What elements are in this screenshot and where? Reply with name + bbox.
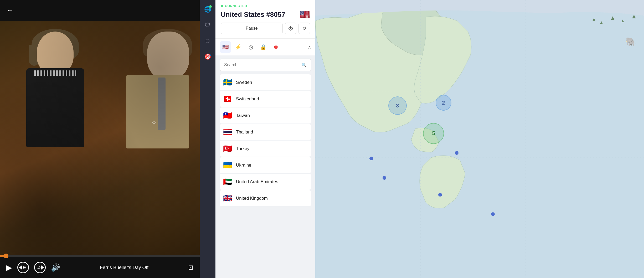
collapse-button[interactable]: ∧ xyxy=(308,45,311,50)
feature-tabs: 🇺🇸 ⚡ ◎ 🔒 ⏺ ∧ xyxy=(215,38,315,55)
world-map: ▲ ▲ ▲ ▲ ▲ 🐘 xyxy=(315,0,644,278)
power-button[interactable]: ⏻ xyxy=(285,23,296,34)
skip-back-icon: 10 xyxy=(17,262,29,273)
country-item-switzerland[interactable]: 🇨🇭 Switzerland xyxy=(220,91,311,107)
search-area: 🔍 xyxy=(215,55,315,74)
uk-label: United Kingdom xyxy=(236,196,268,201)
connected-label: CONNECTED xyxy=(221,4,310,8)
country-item-thailand[interactable]: 🇹🇭 Thailand xyxy=(220,124,311,140)
refresh-button[interactable]: ↺ xyxy=(298,23,310,34)
taiwan-label: Taiwan xyxy=(236,113,250,118)
skip-forward-button[interactable]: 10 xyxy=(34,262,46,273)
country-item-uk[interactable]: 🇬🇧 United Kingdom xyxy=(220,190,311,206)
sweden-label: Sweden xyxy=(236,80,252,85)
country-item-ukraine[interactable]: 🇺🇦 Ukraine xyxy=(220,157,311,173)
video-title: Ferris Bueller's Day Off xyxy=(65,265,183,270)
action-row: Pause ⏻ ↺ xyxy=(221,23,310,35)
us-flag-icon: 🇺🇸 xyxy=(222,44,229,50)
server-row: United States #8057 🇺🇸 xyxy=(221,9,310,19)
sidebar-item-meshnet[interactable]: ⬡ xyxy=(202,36,213,46)
uk-flag-icon: 🇬🇧 xyxy=(223,194,232,203)
progress-handle[interactable] xyxy=(4,254,8,258)
map-dot-1 xyxy=(369,157,373,160)
server-name: United States #8057 xyxy=(221,11,285,19)
shield-icon: 🛡 xyxy=(205,22,210,29)
ukraine-flag-icon: 🇺🇦 xyxy=(223,161,232,169)
map-dot-5 xyxy=(491,212,495,216)
map-dot-2 xyxy=(455,151,458,155)
search-input[interactable] xyxy=(224,63,299,67)
svg-text:▲: ▲ xyxy=(610,14,616,21)
target-icon: 🎯 xyxy=(204,53,211,60)
connected-text: CONNECTED xyxy=(225,4,247,8)
tab-meshnet[interactable]: 🔒 xyxy=(257,41,269,53)
turkey-flag-icon: 🇹🇷 xyxy=(223,144,232,153)
svg-text:▲: ▲ xyxy=(599,20,604,24)
switzerland-flag-icon: 🇨🇭 xyxy=(223,95,232,103)
cluster-2-label: 2 xyxy=(442,100,445,106)
sidebar-item-globe[interactable]: 🌐 xyxy=(202,4,213,15)
uae-label: United Arab Emirates xyxy=(236,179,278,184)
record-icon: ⏺ xyxy=(273,44,279,50)
map-area: ▲ ▲ ▲ ▲ ▲ 🐘 3 2 5 xyxy=(315,0,644,278)
cursor-indicator xyxy=(152,121,156,124)
video-player: ← ▶ xyxy=(0,0,200,278)
tab-us-flag[interactable]: 🇺🇸 xyxy=(220,41,231,53)
eye-icon: ◎ xyxy=(249,44,253,50)
lock-bag-icon: 🔒 xyxy=(260,44,267,50)
skip-back-label: 10 xyxy=(23,266,26,269)
volume-button[interactable]: 🔊 xyxy=(51,263,60,272)
taiwan-flag-icon: 🇹🇼 xyxy=(223,111,232,120)
country-item-turkey[interactable]: 🇹🇷 Turkey xyxy=(220,141,311,157)
play-button[interactable]: ▶ xyxy=(6,263,12,272)
film-scene xyxy=(0,21,200,255)
sidebar-item-shield[interactable]: 🛡 xyxy=(202,20,213,30)
country-item-sweden[interactable]: 🇸🇪 Sweden xyxy=(220,74,311,90)
svg-text:🐘: 🐘 xyxy=(626,37,636,47)
power-icon: ⏻ xyxy=(288,26,293,31)
tab-record[interactable]: ⏺ xyxy=(270,41,282,53)
skip-forward-label: 10 xyxy=(37,266,40,269)
back-button[interactable]: ← xyxy=(6,7,14,14)
uae-flag-icon: 🇦🇪 xyxy=(223,177,232,186)
nordvpn-panel: CONNECTED United States #8057 🇺🇸 Pause ⏻… xyxy=(215,0,315,278)
map-dot-4 xyxy=(438,193,442,197)
connected-indicator xyxy=(221,5,223,7)
thailand-label: Thailand xyxy=(236,130,253,135)
skip-back-button[interactable]: 10 xyxy=(17,262,29,273)
server-flag-icon: 🇺🇸 xyxy=(300,9,310,19)
country-item-uae[interactable]: 🇦🇪 United Arab Emirates xyxy=(220,174,311,190)
progress-bar[interactable] xyxy=(0,255,200,257)
sweden-flag-icon: 🇸🇪 xyxy=(223,78,232,87)
tab-speed[interactable]: ⚡ xyxy=(232,41,244,53)
skip-forward-icon: 10 xyxy=(34,262,46,273)
ukraine-label: Ukraine xyxy=(236,163,251,168)
vpn-header: CONNECTED United States #8057 🇺🇸 Pause ⏻… xyxy=(215,0,315,38)
svg-text:▲: ▲ xyxy=(620,18,625,23)
map-cluster-3[interactable]: 3 xyxy=(388,96,407,115)
map-cluster-2[interactable]: 2 xyxy=(436,95,451,111)
map-dot-3 xyxy=(383,176,386,180)
country-list: 🇸🇪 Sweden 🇨🇭 Switzerland 🇹🇼 Taiwan 🇹🇭 Th… xyxy=(215,74,315,278)
video-area xyxy=(0,21,200,255)
player-top-bar: ← xyxy=(0,0,200,21)
svg-text:▲: ▲ xyxy=(631,13,637,20)
meshnet-icon: ⬡ xyxy=(205,38,210,44)
controls-bar: ▶ 10 10 🔊 Ferris Bueller's Day Off ⊡ xyxy=(0,257,200,278)
refresh-icon: ↺ xyxy=(302,25,306,31)
search-icon: 🔍 xyxy=(301,63,307,68)
cluster-3-label: 3 xyxy=(396,103,399,109)
subtitle-button[interactable]: ⊡ xyxy=(188,264,193,271)
pause-button[interactable]: Pause xyxy=(221,23,283,34)
tab-obfuscated[interactable]: ◎ xyxy=(245,41,256,53)
country-item-taiwan[interactable]: 🇹🇼 Taiwan xyxy=(220,107,311,123)
svg-text:▲: ▲ xyxy=(591,16,597,22)
sidebar-item-target[interactable]: 🎯 xyxy=(202,52,213,62)
search-box: 🔍 xyxy=(220,59,311,71)
cluster-5-label: 5 xyxy=(432,130,435,136)
bolt-icon: ⚡ xyxy=(235,44,241,50)
thailand-flag-icon: 🇹🇭 xyxy=(223,128,232,136)
switzerland-label: Switzerland xyxy=(236,96,259,102)
nordvpn-sidebar: 🌐 🛡 ⬡ 🎯 xyxy=(200,0,215,278)
map-cluster-5[interactable]: 5 xyxy=(423,123,444,144)
